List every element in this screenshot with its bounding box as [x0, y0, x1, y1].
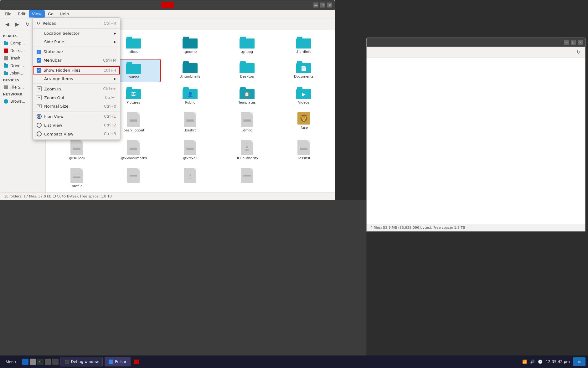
close-button2[interactable]: ✕	[578, 40, 583, 45]
menu-show-hidden[interactable]: ✓ Show Hidden Files Ctrl+H	[33, 66, 120, 74]
file-item-bashrc[interactable]: .bashrc	[163, 110, 217, 135]
file-name: .gtk-bookmarks	[120, 156, 147, 160]
file-name: Desktop	[240, 74, 254, 79]
separator1	[33, 28, 120, 28]
close-button[interactable]: ✕	[327, 3, 332, 8]
file-item-thumbnails[interactable]: .thumbnails	[163, 59, 217, 82]
shortcut-label: Ctrl+3	[104, 132, 116, 136]
plsr-icon	[3, 71, 8, 76]
file-name: .ICEauthority	[236, 156, 258, 160]
menu-go[interactable]: Go	[45, 10, 57, 18]
shortcut-label: Ctrl+2	[104, 123, 116, 127]
folder-icon	[183, 37, 198, 49]
menu-zoom-in[interactable]: + Zoom In Ctrl++	[33, 84, 120, 93]
menu-view[interactable]: View	[29, 10, 45, 18]
menu-location-selector[interactable]: Location Selector	[33, 29, 120, 38]
menu-reload[interactable]: ↻ Reload Ctrl+R	[33, 19, 120, 28]
file-item-extra3[interactable]	[220, 165, 274, 191]
file-item-gtkrc[interactable]: .gtkrc-2.0	[163, 137, 217, 163]
file-item-public[interactable]: 👤 Public	[163, 85, 217, 107]
pulsar-icon	[109, 360, 113, 364]
file-item-templates[interactable]: 📋 Templates	[220, 85, 274, 107]
menu-file[interactable]: File	[2, 10, 15, 18]
file-item-desktop[interactable]: Desktop	[220, 59, 274, 82]
shortcut-label: Ctrl+1	[104, 114, 116, 119]
menu-normal-size[interactable]: 1 Normal Size Ctrl+0	[33, 102, 120, 110]
taskbar-pulsar[interactable]: Pulsar	[105, 357, 131, 366]
taskbar-app-switcher[interactable]: ⊞	[573, 357, 585, 366]
back-button[interactable]: ◀	[3, 20, 12, 29]
forward-button[interactable]: ▶	[13, 20, 22, 29]
file-name: .dmrc	[242, 128, 252, 132]
zoom-in-icon: +	[37, 86, 42, 91]
minimize-button[interactable]: —	[313, 3, 318, 8]
file-item-dmrc[interactable]: .dmrc	[220, 110, 274, 135]
file-item-hardinfo[interactable]: .hardinfo	[277, 34, 331, 56]
file-name: Videos	[298, 100, 310, 105]
minimize-button2[interactable]: —	[564, 40, 569, 45]
file-item-face[interactable]: 🦁 .face	[277, 110, 331, 135]
menu-menubar[interactable]: ✓ Menubar Ctrl+M	[33, 56, 120, 64]
menu-side-pane[interactable]: Side Pane	[33, 38, 120, 46]
sidebar-item-label: /plsr-...	[10, 71, 23, 75]
menu-icon-view[interactable]: Icon View Ctrl+1	[33, 112, 120, 121]
file-item-gtk-bookmarks[interactable]: .gtk-bookmarks	[106, 137, 160, 163]
file-name: .thumbnails	[180, 74, 200, 79]
taskbar-icon-misc2	[52, 359, 59, 365]
statusbar: 18 folders, 17 files: 37.0 kB (37,045 by…	[0, 192, 335, 200]
taskbar-debug[interactable]: ⬛ Debug window	[60, 357, 103, 366]
file-item-extra1[interactable]	[106, 165, 160, 191]
file-name: .bashrc	[184, 128, 196, 132]
start-button[interactable]: Menu	[3, 358, 19, 365]
view-menu-dropdown: ↻ Reload Ctrl+R Location Selector Side P…	[33, 18, 120, 140]
menu-help[interactable]: Help	[57, 10, 72, 18]
file-item-documents[interactable]: 📄 Documents	[277, 59, 331, 82]
separator3	[33, 65, 120, 65]
file-item-gnome[interactable]: .gnome	[163, 34, 217, 56]
menu-item-label: List View	[44, 123, 62, 128]
title-red-badge	[161, 2, 174, 8]
file-item-gnupg[interactable]: .gnupg	[220, 34, 274, 56]
radio-empty-icon	[37, 123, 42, 128]
menu-list-view[interactable]: List View Ctrl+2	[33, 121, 120, 130]
computer-icon	[3, 41, 8, 46]
file-icon	[127, 140, 140, 155]
shortcut-label: Ctrl++	[103, 87, 116, 91]
image-icon: 🦁	[297, 112, 310, 125]
maximize-button2[interactable]: □	[571, 40, 576, 45]
separator4	[33, 84, 120, 84]
menu-zoom-out[interactable]: – Zoom Out Ctrl+-	[33, 93, 120, 102]
drive-icon	[3, 63, 8, 68]
file-item-iceauthority[interactable]: 10101 .ICEauthority	[220, 137, 274, 163]
menu-item-label: Compact View	[44, 132, 73, 136]
menu-item-label: Statusbar	[44, 49, 63, 54]
menu-arrange-items[interactable]: Arrange Items	[33, 74, 120, 83]
statusbar2-text: 4 files: 53.9 MB (53,935,096 bytes), Fre…	[370, 226, 465, 230]
menu-item-label: Icon View	[44, 114, 64, 119]
sidebar-item-label: Trash	[10, 56, 20, 60]
file-item-extra2[interactable]: 1001	[163, 165, 217, 191]
folder-icon	[240, 61, 255, 73]
file-item-gksu[interactable]: .gksu.lock	[49, 137, 104, 163]
menu-compact-view[interactable]: Compact View Ctrl+3	[33, 130, 120, 138]
shortcut-label: Ctrl+H	[104, 68, 116, 73]
filesystem-icon	[3, 85, 8, 90]
file-item-profile[interactable]: .profile	[49, 165, 104, 191]
file-icon	[70, 168, 83, 183]
folder-icon: 📄	[296, 61, 311, 73]
titlebar: — □ ✕	[0, 0, 335, 10]
file-area2	[367, 58, 585, 224]
titlebar-center	[161, 2, 174, 8]
file-item-lesshst[interactable]: .lesshst	[277, 137, 331, 163]
reload-button2[interactable]: ↻	[574, 48, 583, 57]
maximize-button[interactable]: □	[320, 3, 325, 8]
file-item-videos[interactable]: ▶ Videos	[277, 85, 331, 107]
menu-item-label: Normal Size	[44, 104, 69, 109]
file-icon	[127, 112, 140, 127]
file-icon	[184, 140, 196, 155]
switcher-icon: ⊞	[578, 360, 580, 364]
menu-edit[interactable]: Edit	[15, 10, 29, 18]
start-label: Menu	[6, 360, 16, 364]
menu-statusbar[interactable]: ✓ Statusbar	[33, 48, 120, 56]
reload-button[interactable]: ↻	[23, 20, 32, 29]
